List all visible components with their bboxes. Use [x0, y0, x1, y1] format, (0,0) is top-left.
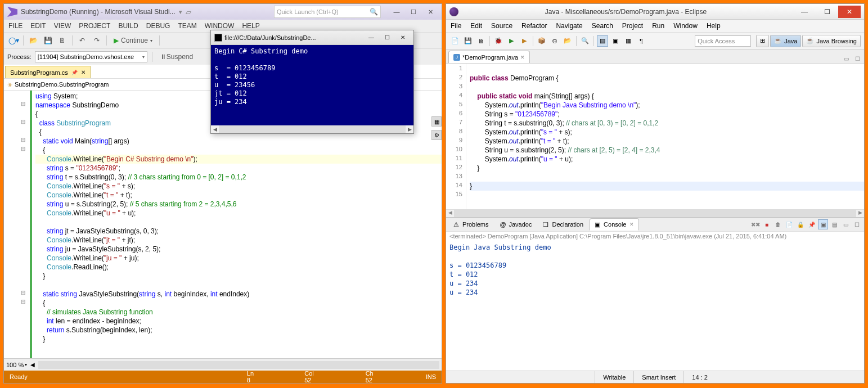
menu-window[interactable]: WINDOW — [205, 22, 235, 30]
ec-maximize-button[interactable]: ☐ — [816, 6, 838, 18]
h-scrollbar[interactable] — [38, 361, 439, 369]
vs-document-tab[interactable]: SubstringProgram.cs 📌 ✕ — [5, 66, 91, 78]
terminate-button[interactable]: ■ — [762, 219, 772, 229]
menu-source[interactable]: Source — [491, 22, 512, 30]
block-sel-button[interactable]: ▦ — [623, 35, 634, 47]
ec-tab-close[interactable]: ✕ — [520, 55, 525, 60]
vs-titlebar[interactable]: SubstringDemo (Running) - Microsoft Visu… — [4, 4, 442, 20]
zoom-value[interactable]: 100 % — [6, 362, 24, 368]
console-window[interactable]: file:///C:/Data/Junk/SubstringDe... — ☐ … — [210, 30, 414, 134]
menu-file[interactable]: File — [451, 22, 461, 30]
menu-file[interactable]: FILE — [8, 22, 23, 30]
view-tab-problems[interactable]: ⚠Problems — [448, 218, 493, 231]
remove-terminated-button[interactable]: ✖✖ — [750, 219, 761, 229]
menu-view[interactable]: VIEW — [54, 22, 71, 30]
fold-icon[interactable]: ⊟ — [21, 119, 25, 125]
save-button[interactable]: 💾 — [42, 34, 54, 47]
open-console-button[interactable]: ▤ — [829, 219, 839, 229]
dropdown-icon[interactable]: ▾ — [179, 8, 182, 16]
properties-icon[interactable]: ⚙ — [431, 130, 442, 140]
ec-editor-tab[interactable]: J *DemoProgram.java ✕ — [448, 51, 530, 63]
ec-close-button[interactable]: ✕ — [838, 6, 861, 18]
notify-icon[interactable]: ▱ — [186, 8, 191, 16]
clear-console-button[interactable]: 📄 — [784, 219, 794, 229]
solution-explorer-icon[interactable]: ▦ — [431, 116, 442, 127]
console-max-button[interactable]: ☐ — [380, 33, 394, 43]
redo-button[interactable]: ↷ — [91, 34, 103, 47]
scroll-lock-button[interactable]: 🔒 — [795, 219, 806, 229]
ec-titlebar[interactable]: Java - Miscellaneous/src/DemoProgram.jav… — [446, 4, 864, 20]
menu-project[interactable]: Project — [622, 22, 643, 30]
process-select[interactable]: [11904] SubstringDemo.vshost.exe▾ — [35, 51, 147, 62]
menu-refactor[interactable]: Refactor — [521, 22, 547, 30]
save-all-button[interactable]: 🗎 — [475, 35, 487, 47]
java-perspective-button[interactable]: ☕Java — [770, 35, 801, 47]
ec-code-area[interactable]: public class DemoProgram { public static… — [466, 64, 864, 209]
pin-icon[interactable]: 📌 — [71, 70, 78, 75]
continue-button[interactable]: ▶Continue▾ — [110, 34, 156, 47]
close-view-button[interactable]: ✕ — [629, 222, 634, 227]
menu-build[interactable]: BUILD — [118, 22, 138, 30]
ext-tools-button[interactable]: ▶ — [519, 35, 530, 47]
maximize-view-button[interactable]: ☐ — [852, 219, 862, 229]
remove-launch-button[interactable]: 🗑 — [773, 219, 783, 229]
fold-icon[interactable]: ⊟ — [21, 137, 25, 143]
close-button[interactable]: ✕ — [422, 6, 438, 17]
new-class-button[interactable]: © — [549, 35, 560, 47]
new-package-button[interactable]: 📦 — [536, 35, 547, 47]
minimize-button[interactable]: — — [389, 6, 404, 17]
console-min-button[interactable]: — — [364, 33, 379, 43]
maximize-button[interactable]: ☐ — [406, 6, 421, 17]
quick-launch-input[interactable]: Quick Launch (Ctrl+Q) 🔍 — [274, 6, 381, 18]
menu-project[interactable]: PROJECT — [79, 22, 110, 30]
menu-navigate[interactable]: Navigate — [556, 22, 582, 30]
save-button[interactable]: 💾 — [462, 35, 474, 47]
menu-run[interactable]: Run — [652, 22, 664, 30]
display-selected-button[interactable]: ▣ — [818, 219, 828, 229]
fold-icon[interactable]: ⊟ — [21, 290, 25, 296]
view-tab-console[interactable]: ▣Console✕ — [590, 218, 639, 231]
console-titlebar[interactable]: file:///C:/Data/Junk/SubstringDe... — ☐ … — [211, 30, 413, 45]
debug-button[interactable]: 🐞 — [493, 35, 504, 47]
ec-console-output[interactable]: Begin Java Substring demo s = 0123456789… — [446, 241, 864, 371]
run-button[interactable]: ▶ — [506, 35, 517, 47]
mark-occ-button[interactable]: ▣ — [610, 35, 621, 47]
open-file-button[interactable]: 📂 — [27, 34, 39, 47]
undo-button[interactable]: ↶ — [76, 34, 88, 47]
fold-icon[interactable]: ⊟ — [21, 299, 25, 305]
menu-help[interactable]: Help — [707, 22, 721, 30]
fold-icon[interactable]: ⊟ — [21, 146, 25, 152]
console-close-button[interactable]: ✕ — [395, 33, 410, 43]
show-whitespace-button[interactable]: ¶ — [636, 35, 647, 47]
suspend-button[interactable]: ⏸ Suspend — [157, 51, 196, 63]
maximize-view-button[interactable]: ☐ — [853, 54, 862, 63]
menu-edit[interactable]: EDIT — [30, 22, 46, 30]
minimize-view-button[interactable]: ▭ — [840, 219, 851, 229]
pin-console-button[interactable]: 📌 — [807, 219, 817, 229]
view-tab-declaration[interactable]: ❏Declaration — [538, 218, 588, 231]
menu-debug[interactable]: DEBUG — [146, 22, 170, 30]
close-tab-button[interactable]: ✕ — [81, 69, 86, 75]
menu-search[interactable]: Search — [592, 22, 613, 30]
console-output[interactable]: Begin C# Substring demo s = 0123456789 t… — [211, 45, 413, 125]
new-button[interactable]: 📄 — [449, 35, 461, 47]
nav-back-button[interactable]: ◯▾ — [7, 34, 20, 47]
menu-help[interactable]: HELP — [242, 22, 259, 30]
quick-access-input[interactable]: Quick Access — [695, 35, 751, 47]
java-browsing-perspective-button[interactable]: ☕Java Browsing — [802, 35, 861, 47]
fold-icon[interactable]: ⊟ — [21, 101, 25, 107]
menu-window[interactable]: Window — [673, 22, 698, 30]
ec-minimize-button[interactable]: — — [793, 6, 816, 18]
minimize-view-button[interactable]: ▭ — [842, 54, 851, 63]
save-all-button[interactable]: 🗎 — [56, 34, 69, 47]
open-type-button[interactable]: 📂 — [562, 35, 573, 47]
toggle-breadcrumb-button[interactable]: ▤ — [597, 35, 608, 47]
menu-team[interactable]: TEAM — [178, 22, 196, 30]
search-button[interactable]: 🔍 — [579, 35, 591, 47]
view-tab-javadoc[interactable]: @Javadoc — [494, 218, 537, 231]
menu-edit[interactable]: Edit — [470, 22, 482, 30]
open-perspective-button[interactable]: ⊞ — [756, 35, 769, 47]
ec-editor[interactable]: 123456789101112131415 public class DemoP… — [446, 63, 864, 209]
console-scrollbar[interactable]: ◀▶ — [211, 125, 413, 133]
ec-h-scrollbar[interactable]: ◀▶ — [446, 209, 864, 217]
